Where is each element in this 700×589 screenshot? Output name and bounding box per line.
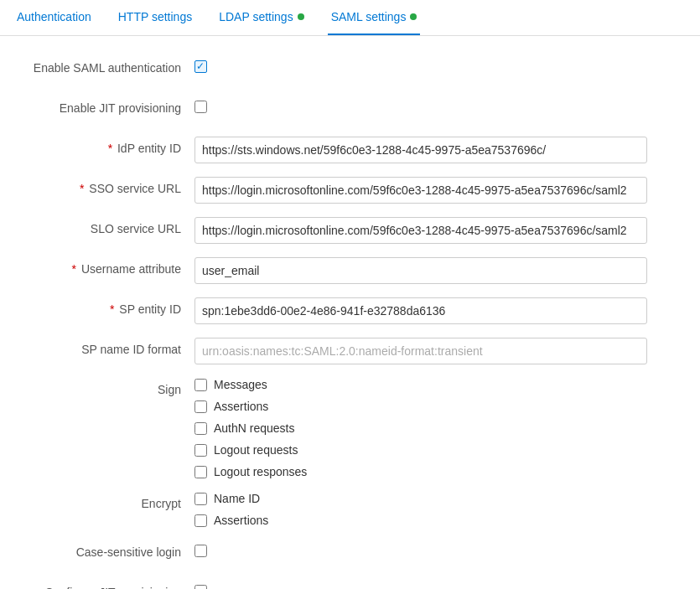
enable-jit-row: Enable JIT provisioning <box>27 96 673 123</box>
username-attr-row: * Username attribute <box>27 257 673 284</box>
encrypt-assertions-item: Assertions <box>194 514 268 527</box>
sign-assertions-label: Assertions <box>214 400 268 413</box>
slo-service-url-row: SLO service URL <box>27 217 673 244</box>
encrypt-name-id-label: Name ID <box>214 492 260 505</box>
tab-saml-settings[interactable]: SAML settings <box>328 0 421 35</box>
sign-logout-requests-checkbox[interactable] <box>194 444 207 457</box>
sign-label: Sign <box>27 378 194 396</box>
sign-logout-responses-item: Logout responses <box>194 465 307 478</box>
required-star4: * <box>110 302 114 316</box>
sign-logout-requests-item: Logout requests <box>194 443 307 457</box>
encrypt-name-id-item: Name ID <box>194 492 268 505</box>
sign-messages-label: Messages <box>214 378 267 391</box>
tab-ldap-label: LDAP settings <box>219 10 293 23</box>
sign-options-group: Messages Assertions AuthN requests Logou… <box>194 378 307 478</box>
sp-entity-id-label: * SP entity ID <box>27 297 194 316</box>
enable-saml-checkbox[interactable] <box>194 60 207 73</box>
configure-jit-checkbox[interactable] <box>194 585 207 589</box>
configure-jit-row: Configure JIT provisioning <box>27 581 673 589</box>
case-sensitive-checkbox[interactable] <box>194 545 207 557</box>
sign-logout-responses-label: Logout responses <box>214 465 307 478</box>
sign-authn-item: AuthN requests <box>194 421 307 435</box>
configure-jit-checkbox-wrapper <box>194 581 207 589</box>
enable-saml-label: Enable SAML authentication <box>27 56 194 75</box>
sign-logout-responses-checkbox[interactable] <box>194 466 207 478</box>
case-sensitive-checkbox-wrapper <box>194 540 207 557</box>
tab-saml-label: SAML settings <box>331 10 407 23</box>
username-attr-input[interactable] <box>194 257 647 284</box>
slo-service-url-input[interactable] <box>194 217 647 244</box>
sso-service-url-row: * SSO service URL <box>27 177 673 204</box>
required-star: * <box>108 142 112 155</box>
enable-jit-checkbox[interactable] <box>194 101 207 113</box>
saml-settings-form: Enable SAML authentication Enable JIT pr… <box>0 36 700 589</box>
case-sensitive-row: Case-sensitive login <box>27 540 673 567</box>
sso-service-url-label: * SSO service URL <box>27 177 194 195</box>
sso-service-url-input[interactable] <box>194 177 647 204</box>
ldap-status-dot <box>298 13 304 20</box>
idp-entity-id-input[interactable] <box>194 137 647 163</box>
sp-entity-id-input[interactable] <box>194 297 647 324</box>
enable-jit-label: Enable JIT provisioning <box>27 96 194 115</box>
nav-tabs: Authentication HTTP settings LDAP settin… <box>0 0 700 36</box>
tab-ldap-settings[interactable]: LDAP settings <box>215 0 307 35</box>
idp-entity-id-row: * IdP entity ID <box>27 137 673 163</box>
sp-name-id-format-input[interactable] <box>194 338 647 364</box>
required-star3: * <box>72 262 76 276</box>
tab-authentication[interactable]: Authentication <box>13 0 95 35</box>
slo-service-url-label: SLO service URL <box>27 217 194 235</box>
sp-entity-id-row: * SP entity ID <box>27 297 673 324</box>
tab-http-settings[interactable]: HTTP settings <box>115 0 195 35</box>
encrypt-assertions-checkbox[interactable] <box>194 514 207 527</box>
sign-row: Sign Messages Assertions AuthN requests … <box>27 378 673 478</box>
sign-authn-checkbox[interactable] <box>194 422 207 435</box>
encrypt-name-id-checkbox[interactable] <box>194 493 207 505</box>
saml-status-dot <box>410 13 417 20</box>
encrypt-label: Encrypt <box>27 492 194 510</box>
encrypt-options-group: Name ID Assertions <box>194 492 268 527</box>
encrypt-assertions-label: Assertions <box>214 514 268 527</box>
username-attr-label: * Username attribute <box>27 257 194 276</box>
enable-saml-checkbox-wrapper <box>194 56 207 73</box>
sign-messages-checkbox[interactable] <box>194 379 207 391</box>
sign-logout-requests-label: Logout requests <box>214 443 298 457</box>
sp-name-id-format-row: SP name ID format <box>27 338 673 364</box>
configure-jit-label: Configure JIT provisioning <box>27 581 194 589</box>
enable-saml-row: Enable SAML authentication <box>27 56 673 83</box>
enable-jit-checkbox-wrapper <box>194 96 207 113</box>
sign-authn-label: AuthN requests <box>214 421 295 435</box>
required-star2: * <box>80 182 84 195</box>
sign-assertions-checkbox[interactable] <box>194 400 207 413</box>
idp-entity-id-label: * IdP entity ID <box>27 137 194 155</box>
case-sensitive-label: Case-sensitive login <box>27 540 194 559</box>
encrypt-row: Encrypt Name ID Assertions <box>27 492 673 527</box>
sign-assertions-item: Assertions <box>194 400 307 413</box>
sign-messages-item: Messages <box>194 378 307 391</box>
sp-name-id-format-label: SP name ID format <box>27 338 194 356</box>
